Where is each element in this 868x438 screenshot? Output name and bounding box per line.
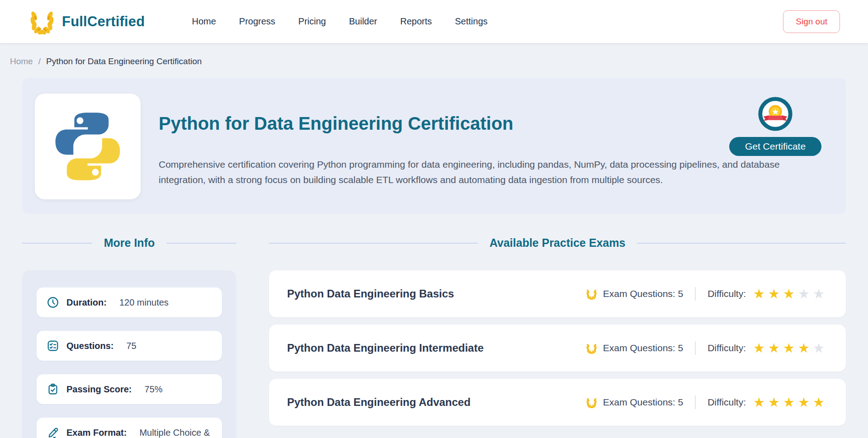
info-label: Questions: bbox=[66, 341, 113, 351]
info-card: Questions: 75 bbox=[37, 331, 222, 361]
meta-divider bbox=[695, 287, 696, 301]
exam-title: Python Data Engineering Intermediate bbox=[287, 342, 484, 354]
nav-item-progress[interactable]: Progress bbox=[239, 16, 275, 27]
star-filled-icon: ★ bbox=[798, 342, 810, 355]
star-filled-icon: ★ bbox=[753, 287, 765, 301]
exam-list: Python Data Engineering Basics Exam Qu bbox=[269, 270, 846, 426]
star-filled-icon: ★ bbox=[768, 396, 780, 409]
info-value: 75% bbox=[145, 384, 163, 395]
laurel-wreath-icon bbox=[585, 288, 598, 300]
python-logo-icon bbox=[49, 108, 126, 185]
info-label: Passing Score: bbox=[66, 384, 132, 395]
certification-description: Comprehensive certification covering Pyt… bbox=[159, 157, 792, 188]
breadcrumb-home-link[interactable]: Home bbox=[10, 57, 33, 66]
info-label: Exam Format: bbox=[66, 428, 127, 438]
star-filled-icon: ★ bbox=[768, 287, 780, 301]
divider-line bbox=[166, 243, 236, 244]
info-card: Passing Score: 75% bbox=[37, 374, 222, 404]
difficulty-label: Difficulty: bbox=[708, 288, 746, 299]
difficulty-stars: ★★★★★ bbox=[753, 396, 828, 409]
nav-item-builder[interactable]: Builder bbox=[349, 16, 377, 27]
practice-exams-heading-row: Available Practice Exams bbox=[269, 236, 846, 250]
exam-meta: Exam Questions: 5 Difficulty: ★★★★★ bbox=[585, 287, 828, 301]
nav-item-settings[interactable]: Settings bbox=[455, 16, 487, 27]
exam-questions-text: Exam Questions: 5 bbox=[603, 397, 683, 408]
exam-card[interactable]: Python Data Engineering Basics Exam Qu bbox=[269, 270, 846, 317]
exam-questions-text: Exam Questions: 5 bbox=[603, 343, 683, 353]
nav-item-reports[interactable]: Reports bbox=[400, 16, 432, 27]
more-info-column: More Info Duration: 120 minutes Question… bbox=[22, 236, 236, 438]
hero-text-block: Python for Data Engineering Certificatio… bbox=[159, 113, 796, 188]
breadcrumb: Home / Python for Data Engineering Certi… bbox=[10, 57, 868, 66]
laurel-wreath-icon bbox=[28, 8, 56, 36]
star-filled-icon: ★ bbox=[783, 342, 795, 355]
divider-line bbox=[22, 243, 92, 244]
star-filled-icon: ★ bbox=[798, 396, 810, 409]
star-empty-icon: ★ bbox=[813, 342, 825, 355]
laurel-wreath-icon bbox=[585, 342, 598, 354]
python-logo-card bbox=[35, 94, 141, 199]
top-navigation-bar: FullCertified Home Progress Pricing Buil… bbox=[0, 0, 868, 43]
more-info-heading: More Info bbox=[104, 236, 155, 250]
breadcrumb-separator: / bbox=[38, 57, 41, 66]
main-nav: Home Progress Pricing Builder Reports Se… bbox=[192, 16, 487, 27]
info-value: Multiple Choice & bbox=[139, 428, 210, 438]
info-value: 120 minutes bbox=[119, 297, 169, 308]
more-info-heading-row: More Info bbox=[22, 236, 236, 250]
checklist-icon bbox=[47, 339, 59, 352]
exam-questions-count: 5 bbox=[678, 397, 684, 407]
exam-questions-label: Exam Questions: bbox=[603, 288, 675, 299]
divider-line bbox=[637, 243, 846, 244]
difficulty-label: Difficulty: bbox=[708, 343, 746, 353]
brand-name: FullCertified bbox=[62, 14, 145, 30]
practice-exams-heading: Available Practice Exams bbox=[490, 236, 626, 250]
star-filled-icon: ★ bbox=[753, 342, 765, 355]
nav-item-home[interactable]: Home bbox=[192, 16, 216, 27]
star-filled-icon: ★ bbox=[753, 396, 765, 409]
difficulty-stars: ★★★★★ bbox=[753, 287, 828, 301]
practice-exams-column: Available Practice Exams Python Data Eng… bbox=[269, 236, 846, 433]
certification-hero-card: Python for Data Engineering Certificatio… bbox=[22, 78, 846, 214]
star-empty-icon: ★ bbox=[813, 287, 825, 301]
info-card: Duration: 120 minutes bbox=[37, 287, 222, 317]
divider-line bbox=[269, 243, 478, 244]
medal-badge-icon bbox=[757, 95, 794, 132]
nav-item-pricing[interactable]: Pricing bbox=[298, 16, 326, 27]
clipboard-check-icon bbox=[47, 383, 59, 396]
sign-out-button[interactable]: Sign out bbox=[783, 10, 840, 33]
breadcrumb-current-page: Python for Data Engineering Certificatio… bbox=[46, 57, 202, 66]
star-filled-icon: ★ bbox=[783, 396, 795, 409]
exam-meta: Exam Questions: 5 Difficulty: ★★★★★ bbox=[585, 396, 828, 409]
star-filled-icon: ★ bbox=[768, 342, 780, 355]
meta-divider bbox=[695, 341, 696, 355]
difficulty-label: Difficulty: bbox=[708, 397, 746, 408]
exam-questions-count: 5 bbox=[678, 343, 684, 353]
exam-questions-label: Exam Questions: bbox=[603, 343, 675, 353]
meta-divider bbox=[695, 396, 696, 409]
more-info-panel: Duration: 120 minutes Questions: 75 Pa bbox=[22, 270, 236, 438]
page-title: Python for Data Engineering Certificatio… bbox=[159, 113, 796, 134]
star-filled-icon: ★ bbox=[783, 287, 795, 301]
difficulty-stars: ★★★★★ bbox=[753, 342, 828, 355]
info-label: Duration: bbox=[66, 297, 107, 308]
exam-meta: Exam Questions: 5 Difficulty: ★★★★★ bbox=[585, 341, 828, 355]
get-certificate-button[interactable]: Get Certificate bbox=[729, 137, 821, 156]
star-empty-icon: ★ bbox=[798, 287, 810, 301]
exam-questions-text: Exam Questions: 5 bbox=[603, 288, 683, 299]
clock-icon bbox=[47, 296, 59, 309]
exam-card[interactable]: Python Data Engineering Intermediate E bbox=[269, 325, 846, 372]
laurel-wreath-icon bbox=[585, 396, 598, 409]
exam-questions-label: Exam Questions: bbox=[603, 397, 675, 407]
info-card: Exam Format: Multiple Choice & bbox=[37, 418, 222, 438]
exam-questions-count: 5 bbox=[678, 288, 684, 299]
exam-card[interactable]: Python Data Engineering Advanced Exam bbox=[269, 379, 846, 426]
brand-logo[interactable]: FullCertified bbox=[28, 8, 145, 36]
certificate-action-group: Get Certificate bbox=[729, 95, 821, 156]
pen-icon bbox=[47, 426, 59, 438]
exam-title: Python Data Engineering Advanced bbox=[287, 396, 471, 409]
exam-title: Python Data Engineering Basics bbox=[287, 287, 454, 300]
star-filled-icon: ★ bbox=[813, 396, 825, 409]
info-value: 75 bbox=[126, 341, 136, 351]
content-columns: More Info Duration: 120 minutes Question… bbox=[22, 236, 846, 438]
